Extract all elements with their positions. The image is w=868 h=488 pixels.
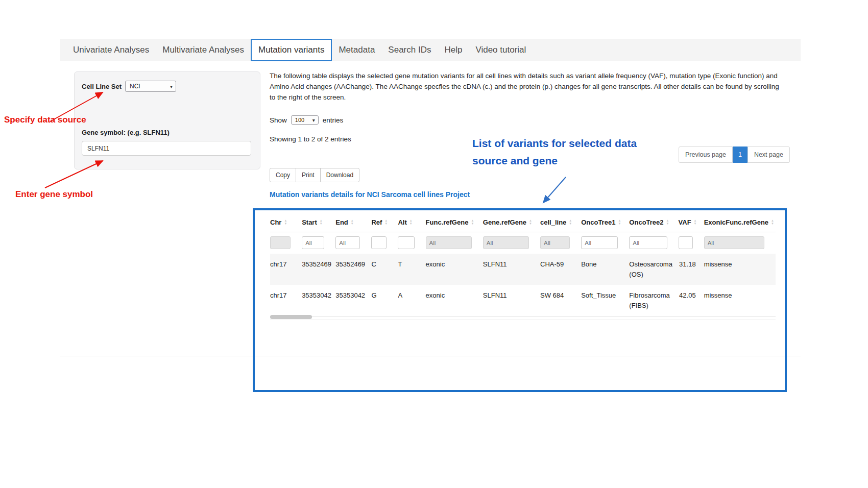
- column-header-oncotree2[interactable]: OncoTree2: [629, 214, 678, 232]
- table-info-text: Showing 1 to 2 of 2 entries: [270, 135, 351, 143]
- top-navigation: Univariate Analyses Multivariate Analyse…: [60, 39, 801, 61]
- cell-vaf: 42.05: [679, 285, 704, 316]
- tab-univariate-analyses[interactable]: Univariate Analyses: [66, 39, 156, 61]
- filter-cell-end: [335, 232, 371, 254]
- sort-icon: [320, 219, 323, 225]
- horizontal-scrollbar-track[interactable]: [270, 313, 776, 320]
- sort-icon: [384, 219, 388, 225]
- column-label-exonicfunc-refgene: ExonicFunc.refGene: [704, 218, 768, 226]
- column-label-gene-refgene: Gene.refGene: [483, 218, 526, 226]
- column-header-vaf[interactable]: VAF: [679, 214, 704, 232]
- cell-exonicfunc-refgene: missense: [704, 254, 776, 285]
- column-label-oncotree2: OncoTree2: [629, 218, 663, 226]
- print-button[interactable]: Print: [296, 168, 321, 182]
- cell-ref: C: [371, 254, 398, 285]
- sort-icon: [569, 219, 572, 225]
- tab-mutation-variants[interactable]: Mutation variants: [251, 39, 332, 61]
- filter-oncotree2[interactable]: [629, 236, 667, 249]
- table-header-row: Chr Start End Ref Alt Func.refGene Gene.…: [270, 214, 776, 232]
- filter-ref[interactable]: [371, 236, 387, 249]
- cell-oncotree1: Soft_Tissue: [581, 285, 629, 316]
- cell-oncotree2: Osteosarcoma (OS): [629, 254, 678, 285]
- filter-cell-start: [302, 232, 335, 254]
- cell-chr: chr17: [270, 254, 302, 285]
- annotation-variants-note-line1: List of variants for selected data: [472, 135, 637, 152]
- table-description: The following table displays the selecte…: [270, 71, 781, 103]
- cell-oncotree1: Bone: [581, 254, 629, 285]
- column-label-end: End: [335, 218, 348, 226]
- gene-symbol-input[interactable]: [82, 141, 251, 156]
- sort-icon: [666, 219, 669, 225]
- column-label-vaf: VAF: [679, 218, 691, 226]
- cell-vaf: 31.18: [679, 254, 704, 285]
- cell-end: 35353042: [335, 285, 371, 316]
- cell-start: 35352469: [302, 254, 335, 285]
- column-header-gene-refgene[interactable]: Gene.refGene: [483, 214, 540, 232]
- previous-page-button[interactable]: Previous page: [679, 147, 733, 163]
- tab-help[interactable]: Help: [438, 39, 469, 61]
- tab-video-tutorial[interactable]: Video tutorial: [469, 39, 533, 61]
- sort-icon: [409, 219, 413, 225]
- column-label-cell-line: cell_line: [540, 218, 566, 226]
- annotation-variants-note: List of variants for selected data sourc…: [472, 135, 637, 169]
- table-row: chr17 35352469 35352469 C T exonic SLFN1…: [270, 254, 776, 285]
- filter-vaf[interactable]: [679, 236, 693, 249]
- column-label-ref: Ref: [371, 218, 382, 226]
- column-header-start[interactable]: Start: [302, 214, 335, 232]
- control-panel: Cell Line Set NCI Gene symbol: (e.g. SLF…: [74, 71, 260, 169]
- filter-gene-refgene[interactable]: [483, 236, 529, 249]
- column-header-oncotree1[interactable]: OncoTree1: [581, 214, 629, 232]
- filter-oncotree1[interactable]: [581, 236, 618, 249]
- column-label-start: Start: [302, 218, 317, 226]
- cell-exonicfunc-refgene: missense: [704, 285, 776, 316]
- filter-cell-line[interactable]: [540, 236, 570, 249]
- filter-cell-gene-refgene: [483, 232, 540, 254]
- download-button[interactable]: Download: [320, 168, 359, 182]
- section-divider: [60, 356, 801, 356]
- page-length-select[interactable]: 100: [291, 115, 319, 125]
- gene-symbol-label: Gene symbol: (e.g. SLFN11): [82, 129, 253, 136]
- next-page-button[interactable]: Next page: [748, 147, 790, 163]
- tab-multivariate-analyses[interactable]: Multivariate Analyses: [156, 39, 251, 61]
- cell-end: 35352469: [335, 254, 371, 285]
- cell-alt: T: [398, 254, 425, 285]
- column-header-ref[interactable]: Ref: [371, 214, 398, 232]
- page: Univariate Analyses Multivariate Analyse…: [0, 0, 868, 488]
- annotation-enter-gene-symbol: Enter gene symbol: [15, 189, 93, 200]
- column-header-func-refgene[interactable]: Func.refGene: [426, 214, 483, 232]
- filter-cell-oncotree1: [581, 232, 629, 254]
- column-header-alt[interactable]: Alt: [398, 214, 425, 232]
- column-header-chr[interactable]: Chr: [270, 214, 302, 232]
- cell-gene-refgene: SLFN11: [483, 254, 540, 285]
- filter-end[interactable]: [335, 236, 360, 249]
- filter-cell-vaf: [679, 232, 704, 254]
- filter-alt[interactable]: [398, 236, 414, 249]
- filter-exonicfunc-refgene[interactable]: [704, 236, 764, 249]
- arrow-variants-note: [543, 177, 566, 203]
- filter-cell-oncotree2: [629, 232, 678, 254]
- copy-button[interactable]: Copy: [270, 168, 296, 182]
- cell-line-set-select-wrap: NCI: [125, 81, 176, 92]
- page-number-button[interactable]: 1: [733, 147, 748, 163]
- filter-func-refgene[interactable]: [426, 236, 472, 249]
- column-header-end[interactable]: End: [335, 214, 371, 232]
- horizontal-scrollbar-thumb[interactable]: [270, 315, 312, 319]
- filter-chr[interactable]: [270, 236, 291, 249]
- cell-alt: A: [398, 285, 425, 316]
- cell-func-refgene: exonic: [426, 285, 483, 316]
- sort-icon: [694, 219, 697, 225]
- filter-start[interactable]: [302, 236, 324, 249]
- column-header-exonicfunc-refgene[interactable]: ExonicFunc.refGene: [704, 214, 776, 232]
- filter-cell-exonicfunc-refgene: [704, 232, 776, 254]
- cell-cell-line: SW 684: [540, 285, 581, 316]
- tab-metadata[interactable]: Metadata: [332, 39, 381, 61]
- column-label-alt: Alt: [398, 218, 406, 226]
- cell-gene-refgene: SLFN11: [483, 285, 540, 316]
- cell-line-set-select[interactable]: NCI: [125, 81, 176, 92]
- column-label-oncotree1: OncoTree1: [581, 218, 615, 226]
- column-header-cell-line[interactable]: cell_line: [540, 214, 581, 232]
- sort-icon: [471, 219, 474, 225]
- annotation-variants-note-line2: source and gene: [472, 152, 637, 169]
- tab-search-ids[interactable]: Search IDs: [381, 39, 438, 61]
- table-caption-link[interactable]: Mutation variants details for NCI Sarcom…: [270, 190, 470, 199]
